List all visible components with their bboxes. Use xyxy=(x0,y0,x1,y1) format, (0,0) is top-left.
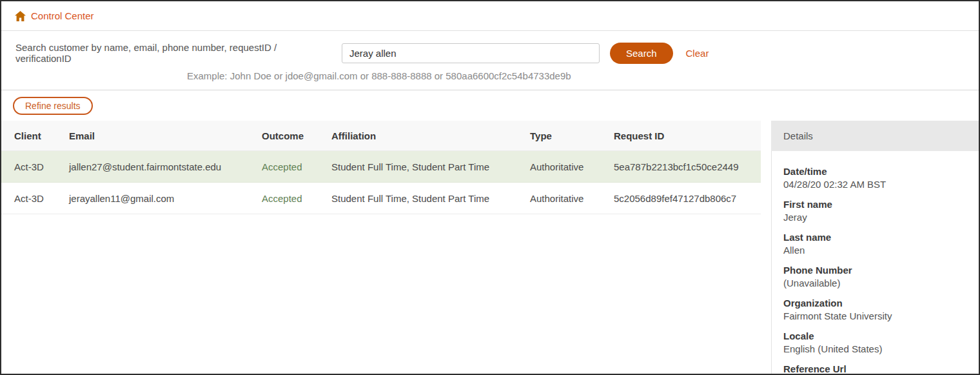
content-gap xyxy=(761,121,771,374)
cell-client: Act-3D xyxy=(1,161,56,172)
details-panel-title: Details xyxy=(771,121,979,151)
detail-label: Organization xyxy=(783,298,967,309)
cell-client: Act-3D xyxy=(1,193,56,204)
cell-type: Authoritative xyxy=(517,193,601,204)
cell-affiliation: Student Full Time, Student Part Time xyxy=(318,193,517,204)
detail-field-phone-number: Phone Number (Unavailable) xyxy=(783,265,967,289)
search-button[interactable]: Search xyxy=(610,43,673,64)
detail-value: Jeray xyxy=(783,212,967,223)
clear-button[interactable]: Clear xyxy=(686,48,709,59)
detail-label: Locale xyxy=(783,330,967,341)
top-bar: Control Center xyxy=(1,1,979,31)
control-center-link[interactable]: Control Center xyxy=(31,10,94,21)
detail-field-last-name: Last name Allen xyxy=(783,232,967,256)
table-row[interactable]: Act-3D jerayallen11@gmail.com Accepted S… xyxy=(1,183,761,214)
detail-value: English (United States) xyxy=(783,343,967,354)
search-section: Search customer by name, email, phone nu… xyxy=(1,31,979,90)
detail-value: (Unavailable) xyxy=(783,278,967,289)
details-body: Date/time 04/28/20 02:32 AM BST First na… xyxy=(771,151,979,375)
detail-label: Reference Url xyxy=(783,363,967,374)
column-header-email: Email xyxy=(56,130,249,141)
column-header-outcome: Outcome xyxy=(249,130,318,141)
detail-field-locale: Locale English (United States) xyxy=(783,330,967,354)
cell-type: Authoritative xyxy=(517,161,601,172)
table-header-row: Client Email Outcome Affiliation Type Re… xyxy=(1,121,761,151)
cell-email: jallen27@student.fairmontstate.edu xyxy=(56,161,249,172)
cell-affiliation: Student Full Time, Student Part Time xyxy=(318,161,517,172)
search-input[interactable] xyxy=(342,43,600,63)
detail-field-datetime: Date/time 04/28/20 02:32 AM BST xyxy=(783,166,967,190)
detail-label: Last name xyxy=(783,232,967,243)
column-header-request-id: Request ID xyxy=(601,130,761,141)
details-panel: Details Date/time 04/28/20 02:32 AM BST … xyxy=(771,121,979,374)
cell-request-id: 5c2056d89fef47127db806c7 xyxy=(601,193,761,204)
detail-field-first-name: First name Jeray xyxy=(783,199,967,223)
detail-label: First name xyxy=(783,199,967,210)
detail-label: Phone Number xyxy=(783,265,967,276)
detail-value: Fairmont State University xyxy=(783,310,967,321)
column-header-type: Type xyxy=(517,130,601,141)
column-header-affiliation: Affiliation xyxy=(318,130,517,141)
results-table: Client Email Outcome Affiliation Type Re… xyxy=(1,121,761,374)
cell-email: jerayallen11@gmail.com xyxy=(56,193,249,204)
column-header-client: Client xyxy=(1,130,56,141)
search-label: Search customer by name, email, phone nu… xyxy=(15,42,328,64)
search-example-text: Example: John Doe or jdoe@gmail.com or 8… xyxy=(187,70,965,81)
cell-request-id: 5ea787b2213bcf1c50ce2449 xyxy=(601,161,761,172)
results-content: Client Email Outcome Affiliation Type Re… xyxy=(1,121,979,374)
cell-outcome: Accepted xyxy=(249,161,318,172)
page: Control Center Search customer by name, … xyxy=(1,1,979,374)
home-icon[interactable] xyxy=(15,11,26,21)
detail-label: Date/time xyxy=(783,166,967,177)
detail-field-reference-url: Reference Url https://verify.sheerid.com… xyxy=(783,363,967,375)
detail-value: Allen xyxy=(783,245,967,256)
refine-results-button[interactable]: Refine results xyxy=(13,97,93,115)
table-row[interactable]: Act-3D jallen27@student.fairmontstate.ed… xyxy=(1,151,761,183)
detail-value: 04/28/20 02:32 AM BST xyxy=(783,179,967,190)
cell-outcome: Accepted xyxy=(249,193,318,204)
refine-row: Refine results xyxy=(1,90,979,121)
detail-field-organization: Organization Fairmont State University xyxy=(783,298,967,321)
